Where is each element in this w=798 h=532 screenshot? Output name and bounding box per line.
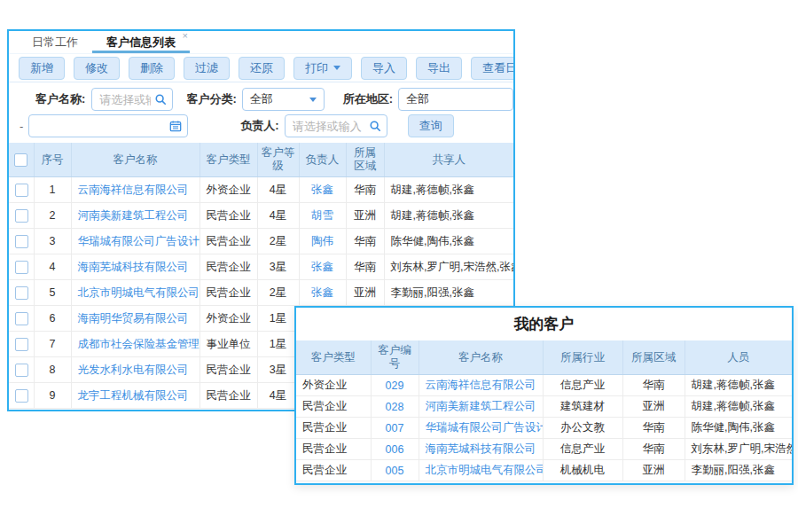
date-field [28,114,188,137]
owner-link[interactable]: 胡雪 [311,209,333,222]
toolbar-button-还原[interactable]: 还原 [239,57,285,80]
cell-customer-type: 外资企业 [200,177,257,203]
row-checkbox[interactable] [15,389,28,403]
cell-customer-name: 海南明华贸易有限公司 [71,306,200,332]
cell-shared-with: 陈华健,陶伟,张鑫 [384,229,513,254]
cell-region: 华南 [346,254,384,280]
customer-name-link[interactable]: 海南芜城科技有限公司 [78,261,189,273]
select-all-checkbox[interactable] [14,153,27,167]
toolbar-button-label: 还原 [250,60,273,76]
cell-customer-code: 029 [371,375,419,396]
toolbar-button-label: 新增 [30,60,53,76]
cell-checkbox [9,177,34,203]
cell-people: 胡建,蒋德帧,张鑫 [685,396,792,418]
table-row: 外资企业029云南海祥信息有限公司信息产业华南胡建,蒋德帧,张鑫 [296,375,792,396]
customer-name-link[interactable]: 北京市明城电气有限公司 [78,286,200,299]
customer-name-link[interactable]: 云南海祥信息有限公司 [426,379,536,391]
customer-name-link[interactable]: 华瑞城有限公司广告设计部 [426,421,544,434]
tab-customer-info-list[interactable]: 客户信息列表 × [92,32,190,53]
row-checkbox[interactable] [15,286,28,300]
cell-customer-type: 民营企业 [200,357,257,383]
table-row: 民营企业005北京市明城电气有限公司机械机电亚洲李勤丽,阳强,张鑫 [296,460,792,481]
cell-customer-type: 民营企业 [296,396,371,418]
search-icon[interactable] [154,93,167,106]
category-select[interactable]: 全部 [242,88,325,111]
my-customers-table: 客户类型客户编号客户名称所属行业所属区域人员外资企业029云南海祥信息有限公司信… [296,340,792,481]
customer-code-link[interactable]: 029 [386,379,404,392]
row-checkbox[interactable] [15,235,28,248]
customer-code-link[interactable]: 006 [386,443,404,456]
column-header-industry: 所属行业 [543,340,622,375]
column-header-customer-type: 客户类型 [200,143,257,177]
customer-name-link[interactable]: 海南芜城科技有限公司 [426,442,536,455]
customer-name-link[interactable]: 云南海祥信息有限公司 [78,184,189,196]
cell-shared-with: 胡建,蒋德帧,张鑫 [384,177,513,203]
customer-code-link[interactable]: 005 [386,465,404,477]
region-label: 所在地区: [343,91,393,107]
customer-code-link[interactable]: 007 [386,422,404,434]
tab-daily-work[interactable]: 日常工作 [18,32,92,53]
customer-code-link[interactable]: 028 [386,401,404,413]
table-header-row: 客户类型客户编号客户名称所属行业所属区域人员 [296,340,792,375]
cell-checkbox [9,332,34,357]
toolbar-button-新增[interactable]: 新增 [19,57,65,80]
customer-name-link[interactable]: 河南美新建筑工程公司 [426,400,536,412]
my-customers-title: 我的客户 [296,308,792,340]
owner-link[interactable]: 张鑫 [311,261,333,273]
cell-customer-level: 4星 [257,177,299,203]
search-icon[interactable] [369,120,381,132]
column-header-region: 所属区域 [622,340,685,375]
cell-industry: 机械机电 [543,460,622,481]
cell-customer-name: 北京市明城电气有限公司 [419,460,543,481]
row-checkbox[interactable] [15,209,28,223]
cell-customer-name: 华瑞城有限公司广告设计部 [419,418,543,439]
column-header-people: 人员 [685,340,792,375]
row-checkbox[interactable] [15,184,28,197]
table-row: 民营企业006海南芜城科技有限公司信息产业华南刘东林,罗广明,宋浩然,... [296,439,792,460]
cell-customer-code: 005 [371,460,419,481]
toolbar-button-修改[interactable]: 修改 [74,57,120,80]
cell-customer-type: 民营企业 [296,418,371,439]
tab-bar: 日常工作 客户信息列表 × [9,31,513,54]
row-checkbox[interactable] [15,312,28,325]
toolbar-button-导入[interactable]: 导入 [361,57,407,80]
category-label: 客户分类: [186,91,236,107]
toolbar-button-导出[interactable]: 导出 [416,57,462,80]
cell-people: 陈华健,陶伟,张鑫 [685,418,792,439]
owner-link[interactable]: 张鑫 [311,286,333,299]
cell-region: 亚洲 [346,203,384,229]
cell-customer-name: 云南海祥信息有限公司 [419,375,543,396]
column-header-customer-name: 客户名称 [419,340,543,375]
customer-name-link[interactable]: 华瑞城有限公司广告设计部 [78,235,200,247]
toolbar-button-查看日志[interactable]: 查看日志 [471,57,515,80]
owner-link[interactable]: 张鑫 [311,184,333,196]
cell-checkbox [9,383,34,409]
customer-name-link[interactable]: 成都市社会保险基金管理... [78,338,200,350]
toolbar-button-删除[interactable]: 删除 [129,57,175,80]
cell-customer-level: 2星 [257,280,299,306]
cell-customer-type: 事业单位 [200,332,257,357]
date-input[interactable] [29,120,187,133]
customer-name-link[interactable]: 海南明华贸易有限公司 [78,312,189,325]
cell-industry: 办公文教 [543,418,622,439]
row-checkbox[interactable] [15,261,28,274]
toolbar-button-打印[interactable]: 打印 [293,57,352,80]
query-button[interactable]: 查询 [408,114,454,137]
table-header-row: 序号客户名称客户类型客户等级负责人所属区域共享人 [9,143,513,177]
cell-index: 6 [34,306,71,332]
chevron-down-icon [309,98,317,102]
customer-name-link[interactable]: 光发水利水电有限公司 [78,364,189,376]
customer-name-link[interactable]: 北京市明城电气有限公司 [426,464,544,476]
close-icon[interactable]: × [183,31,188,41]
toolbar-button-过滤[interactable]: 过滤 [184,57,230,80]
customer-name-link[interactable]: 龙宇工程机械有限公司 [78,389,189,402]
cell-region: 华南 [622,439,685,460]
customer-name-link[interactable]: 河南美新建筑工程公司 [78,209,189,222]
cell-owner: 胡雪 [299,203,346,229]
cell-people: 刘东林,罗广明,宋浩然,... [685,439,792,460]
calendar-icon[interactable] [169,120,182,132]
region-select[interactable]: 全部 [398,88,513,111]
row-checkbox[interactable] [15,364,28,377]
owner-link[interactable]: 陶伟 [311,235,333,247]
row-checkbox[interactable] [15,338,28,351]
